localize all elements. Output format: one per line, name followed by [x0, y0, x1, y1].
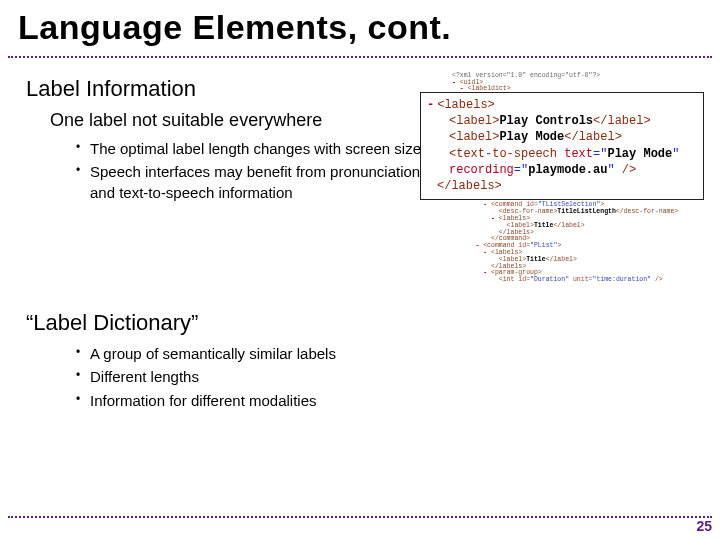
list-item: The optimal label length changes with sc…: [76, 139, 446, 159]
divider-top: [8, 56, 712, 58]
callout-line-6: </labels>: [427, 178, 697, 194]
list-item: A group of semantically similar labels: [76, 344, 446, 364]
page-number: 25: [696, 518, 712, 534]
list-item: Information for different modalities: [76, 391, 446, 411]
callout-line-2: <label>Play Controls</label>: [427, 113, 697, 129]
heading-label-information: Label Information: [26, 76, 446, 102]
bullet-list-2: A group of semantically similar labels D…: [76, 344, 446, 411]
divider-bottom: [8, 516, 712, 518]
list-item: Different lengths: [76, 367, 446, 387]
callout-line-1: -<labels>: [427, 97, 697, 113]
heading-label-dictionary: “Label Dictionary”: [26, 310, 446, 336]
list-item: Speech interfaces may benefit from pronu…: [76, 162, 446, 203]
section-label-information: Label Information One label not suitable…: [26, 76, 446, 206]
lead-sentence: One label not suitable everywhere: [50, 110, 446, 131]
callout-line-4: <text-to-speech text="Play Mode": [427, 146, 697, 162]
callout-line-3: <label>Play Mode</label>: [427, 129, 697, 145]
callout-line-5: recording="playmode.au" />: [427, 162, 697, 178]
slide-title: Language Elements, cont.: [18, 8, 451, 47]
bullet-list-1: The optimal label length changes with sc…: [76, 139, 446, 203]
slide: Language Elements, cont. <?xml version="…: [0, 0, 720, 540]
section-label-dictionary: “Label Dictionary” A group of semantical…: [26, 310, 446, 414]
code-callout: -<labels> <label>Play Controls</label> <…: [420, 92, 704, 200]
